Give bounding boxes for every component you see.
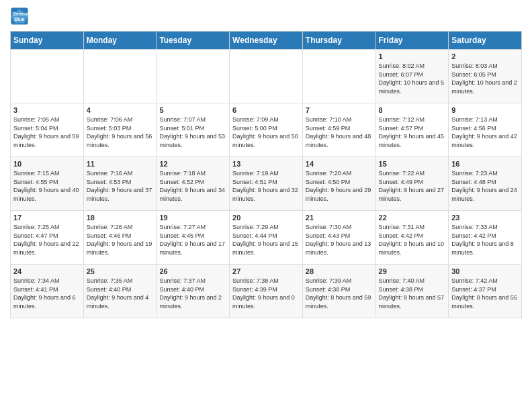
calendar-cell: 15Sunrise: 7:22 AM Sunset: 4:49 PM Dayli… (375, 157, 449, 211)
calendar-cell: 24Sunrise: 7:34 AM Sunset: 4:41 PM Dayli… (11, 265, 84, 318)
day-info: Sunrise: 7:31 AM Sunset: 4:42 PM Dayligh… (379, 223, 446, 257)
calendar-cell: 29Sunrise: 7:40 AM Sunset: 4:38 PM Dayli… (375, 265, 449, 318)
calendar-cell: 20Sunrise: 7:29 AM Sunset: 4:44 PM Dayli… (230, 211, 303, 265)
calendar-cell: 3Sunrise: 7:05 AM Sunset: 5:04 PM Daylig… (11, 103, 84, 157)
calendar-cell: 28Sunrise: 7:39 AM Sunset: 4:38 PM Dayli… (302, 265, 375, 318)
calendar-cell: 12Sunrise: 7:18 AM Sunset: 4:52 PM Dayli… (157, 157, 230, 211)
calendar-cell: 22Sunrise: 7:31 AM Sunset: 4:42 PM Dayli… (375, 211, 449, 265)
week-row-3: 17Sunrise: 7:25 AM Sunset: 4:47 PM Dayli… (11, 211, 522, 265)
day-number: 26 (159, 267, 226, 275)
week-row-0: 1Sunrise: 8:02 AM Sunset: 6:07 PM Daylig… (11, 50, 522, 103)
day-number: 2 (451, 52, 519, 60)
calendar-cell: 6Sunrise: 7:09 AM Sunset: 5:00 PM Daylig… (230, 103, 303, 157)
day-info: Sunrise: 7:33 AM Sunset: 4:42 PM Dayligh… (451, 223, 519, 257)
calendar-cell: 30Sunrise: 7:42 AM Sunset: 4:37 PM Dayli… (449, 265, 522, 318)
day-number: 21 (306, 214, 373, 222)
calendar-cell: 23Sunrise: 7:33 AM Sunset: 4:42 PM Dayli… (449, 211, 522, 265)
week-row-4: 24Sunrise: 7:34 AM Sunset: 4:41 PM Dayli… (11, 265, 522, 318)
day-number: 5 (159, 106, 226, 114)
day-number: 13 (232, 160, 300, 168)
day-number: 19 (159, 214, 226, 222)
day-number: 4 (87, 106, 154, 114)
day-number: 6 (232, 106, 300, 114)
day-info: Sunrise: 8:02 AM Sunset: 6:07 PM Dayligh… (379, 62, 446, 95)
logo-icon: General Blue (10, 7, 29, 26)
day-info: Sunrise: 7:05 AM Sunset: 5:04 PM Dayligh… (13, 116, 81, 149)
calendar-cell: 4Sunrise: 7:06 AM Sunset: 5:03 PM Daylig… (83, 103, 157, 157)
header-sunday: Sunday (11, 32, 84, 50)
calendar-table: SundayMondayTuesdayWednesdayThursdayFrid… (10, 31, 522, 318)
header: General Blue (10, 7, 522, 26)
day-number: 23 (451, 214, 519, 222)
calendar-cell: 19Sunrise: 7:27 AM Sunset: 4:45 PM Dayli… (157, 211, 230, 265)
calendar-header-row: SundayMondayTuesdayWednesdayThursdayFrid… (11, 32, 522, 50)
header-saturday: Saturday (449, 32, 522, 50)
calendar-cell: 2Sunrise: 8:03 AM Sunset: 6:05 PM Daylig… (449, 50, 522, 103)
calendar-cell: 7Sunrise: 7:10 AM Sunset: 4:59 PM Daylig… (302, 103, 375, 157)
day-info: Sunrise: 7:10 AM Sunset: 4:59 PM Dayligh… (306, 116, 373, 149)
day-info: Sunrise: 7:25 AM Sunset: 4:47 PM Dayligh… (13, 223, 81, 257)
calendar-cell: 11Sunrise: 7:16 AM Sunset: 4:53 PM Dayli… (83, 157, 157, 211)
header-thursday: Thursday (302, 32, 375, 50)
day-info: Sunrise: 7:26 AM Sunset: 4:46 PM Dayligh… (87, 223, 154, 257)
calendar-cell (11, 50, 84, 103)
day-info: Sunrise: 7:19 AM Sunset: 4:51 PM Dayligh… (232, 169, 300, 203)
day-info: Sunrise: 7:37 AM Sunset: 4:40 PM Dayligh… (159, 277, 226, 310)
day-number: 14 (306, 160, 373, 168)
svg-text:General: General (13, 11, 30, 16)
logo: General Blue (10, 7, 32, 26)
day-number: 10 (13, 160, 81, 168)
day-info: Sunrise: 7:20 AM Sunset: 4:50 PM Dayligh… (306, 169, 373, 203)
day-info: Sunrise: 7:34 AM Sunset: 4:41 PM Dayligh… (13, 277, 81, 310)
day-info: Sunrise: 7:07 AM Sunset: 5:01 PM Dayligh… (159, 116, 226, 149)
header-wednesday: Wednesday (230, 32, 303, 50)
week-row-1: 3Sunrise: 7:05 AM Sunset: 5:04 PM Daylig… (11, 103, 522, 157)
calendar-cell: 17Sunrise: 7:25 AM Sunset: 4:47 PM Dayli… (11, 211, 84, 265)
day-info: Sunrise: 7:23 AM Sunset: 4:48 PM Dayligh… (451, 169, 519, 203)
day-number: 7 (306, 106, 373, 114)
day-number: 27 (232, 267, 300, 275)
calendar-cell (302, 50, 375, 103)
calendar-cell: 13Sunrise: 7:19 AM Sunset: 4:51 PM Dayli… (230, 157, 303, 211)
day-number: 12 (159, 160, 226, 168)
week-row-2: 10Sunrise: 7:15 AM Sunset: 4:55 PM Dayli… (11, 157, 522, 211)
day-number: 1 (379, 52, 446, 60)
day-info: Sunrise: 7:22 AM Sunset: 4:49 PM Dayligh… (379, 169, 446, 203)
calendar-cell (157, 50, 230, 103)
day-number: 3 (13, 106, 81, 114)
day-number: 8 (379, 106, 446, 114)
day-info: Sunrise: 7:27 AM Sunset: 4:45 PM Dayligh… (159, 223, 226, 257)
day-number: 30 (451, 267, 519, 275)
calendar-cell: 9Sunrise: 7:13 AM Sunset: 4:56 PM Daylig… (449, 103, 522, 157)
day-info: Sunrise: 7:35 AM Sunset: 4:40 PM Dayligh… (87, 277, 154, 310)
calendar-cell (83, 50, 157, 103)
day-info: Sunrise: 8:03 AM Sunset: 6:05 PM Dayligh… (451, 62, 519, 95)
day-info: Sunrise: 7:16 AM Sunset: 4:53 PM Dayligh… (87, 169, 154, 203)
day-number: 17 (13, 214, 81, 222)
calendar-cell: 1Sunrise: 8:02 AM Sunset: 6:07 PM Daylig… (375, 50, 449, 103)
day-number: 24 (13, 267, 81, 275)
calendar-cell: 16Sunrise: 7:23 AM Sunset: 4:48 PM Dayli… (449, 157, 522, 211)
day-number: 20 (232, 214, 300, 222)
day-number: 16 (451, 160, 519, 168)
calendar-cell: 8Sunrise: 7:12 AM Sunset: 4:57 PM Daylig… (375, 103, 449, 157)
day-number: 25 (87, 267, 154, 275)
day-info: Sunrise: 7:39 AM Sunset: 4:38 PM Dayligh… (306, 277, 373, 310)
day-info: Sunrise: 7:29 AM Sunset: 4:44 PM Dayligh… (232, 223, 300, 257)
day-info: Sunrise: 7:13 AM Sunset: 4:56 PM Dayligh… (451, 116, 519, 149)
day-number: 29 (379, 267, 446, 275)
day-number: 18 (87, 214, 154, 222)
day-info: Sunrise: 7:30 AM Sunset: 4:43 PM Dayligh… (306, 223, 373, 257)
calendar-cell (230, 50, 303, 103)
day-number: 11 (87, 160, 154, 168)
header-monday: Monday (83, 32, 157, 50)
day-number: 9 (451, 106, 519, 114)
calendar-cell: 21Sunrise: 7:30 AM Sunset: 4:43 PM Dayli… (302, 211, 375, 265)
day-info: Sunrise: 7:09 AM Sunset: 5:00 PM Dayligh… (232, 116, 300, 149)
day-number: 28 (306, 267, 373, 275)
svg-text:Blue: Blue (14, 17, 24, 21)
day-number: 15 (379, 160, 446, 168)
day-info: Sunrise: 7:15 AM Sunset: 4:55 PM Dayligh… (13, 169, 81, 203)
calendar-cell: 10Sunrise: 7:15 AM Sunset: 4:55 PM Dayli… (11, 157, 84, 211)
day-info: Sunrise: 7:38 AM Sunset: 4:39 PM Dayligh… (232, 277, 300, 310)
